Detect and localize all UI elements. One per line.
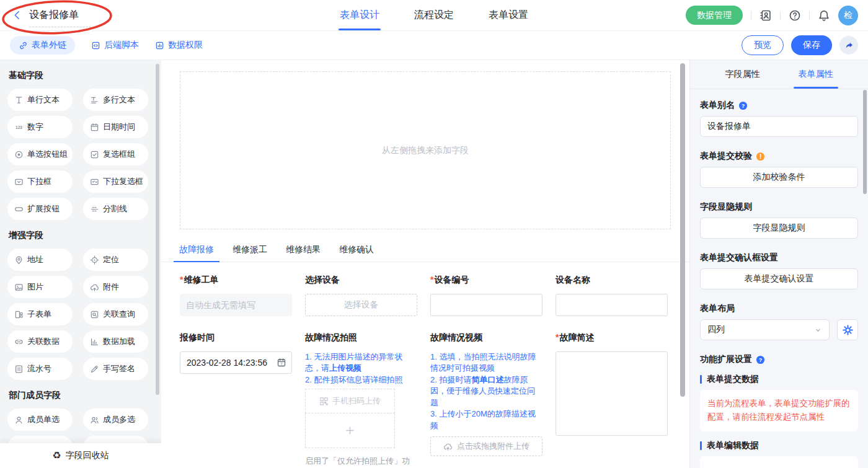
instruction-line: 1. 无法用图片描述的异常状态，请上传视频 (305, 351, 417, 374)
help-icon[interactable]: ? (756, 355, 765, 364)
scan-upload-button[interactable]: 手机扫码上传 (305, 389, 395, 413)
field-recycle-button[interactable]: ♻ 字段回收站 (0, 443, 161, 468)
back-icon[interactable] (12, 10, 22, 20)
field-pill[interactable]: 图片 (7, 276, 73, 298)
field-pill[interactable]: 单选按钮组 (7, 143, 73, 166)
layout-select[interactable]: 四列 (700, 319, 830, 340)
flow-tab-4[interactable]: 维修确认 (334, 244, 379, 262)
instruction-line: 2. 拍摄时请简单口述故障原因，便于维修人员快速定位问题 (430, 374, 542, 408)
field-pill-label: 扩展按钮 (27, 203, 60, 214)
members-icon (90, 415, 99, 425)
field-pill[interactable]: 日期时间 (83, 116, 148, 138)
attachment-upload-button[interactable]: 点击或拖拽附件上传 (430, 436, 542, 456)
avatar[interactable]: 检 (838, 6, 858, 25)
field-pill[interactable]: 数据加载 (83, 330, 148, 353)
field-pill[interactable]: 关联查询 (83, 303, 148, 325)
select-device-button[interactable]: 选择设备 (305, 294, 417, 316)
field-pill-label: 附件 (103, 281, 119, 293)
field-pill[interactable]: 地址 (7, 249, 73, 271)
form-alias-label: 表单别名 (700, 100, 735, 111)
submit-confirm-button[interactable]: 表单提交确认设置 (700, 268, 858, 289)
header-tab-1[interactable]: 表单设计 (340, 0, 379, 30)
save-button[interactable]: 保存 (791, 35, 832, 55)
device-name-input[interactable] (556, 294, 668, 316)
chevron-down-icon (814, 326, 822, 334)
properties-tab-2[interactable]: 表单属性 (796, 60, 836, 89)
share-icon[interactable] (839, 36, 858, 55)
edit-data-box (700, 456, 858, 468)
bell-icon[interactable] (818, 9, 830, 22)
attachment-icon (90, 283, 99, 292)
lookup-icon (90, 310, 99, 319)
warning-icon[interactable] (756, 152, 765, 161)
field-pill[interactable]: 子表单 (7, 303, 73, 325)
field-pill[interactable]: 定位 (83, 249, 148, 271)
member-icon (14, 415, 24, 425)
field-pill[interactable]: 成员多选 (83, 408, 148, 431)
question-circle-icon[interactable] (789, 9, 801, 22)
multi-text-icon (90, 95, 99, 105)
flow-tab-1[interactable]: 故障报修 (174, 244, 219, 262)
properties-panel: 字段属性表单属性 表单别名 ? 表单提交校验 添加校验条件 字段显隐规则 字段显… (689, 60, 868, 468)
work-order-input[interactable] (180, 294, 292, 316)
toolbar-link-1[interactable]: 表单外链 (10, 36, 75, 55)
body-row: 基础字段单行文本多行文本123数字日期时间单选按钮组复选框组下拉框下拉复选框扩展… (0, 60, 868, 468)
field-pill[interactable]: 成员单选 (7, 408, 73, 431)
fault-brief-textarea[interactable] (556, 351, 668, 436)
layout-gear-button[interactable] (837, 319, 858, 340)
field-pill[interactable]: 下拉框 (7, 170, 73, 193)
device-no-input[interactable] (430, 294, 542, 316)
calendar-icon[interactable]: 7 (277, 358, 286, 368)
report-time-picker[interactable]: 7 (180, 351, 292, 374)
field-pill-label: 成员单选 (27, 414, 60, 425)
field-pill[interactable]: 附件 (83, 276, 148, 298)
sub-toolbar: 表单外链后端脚本数据权限 预览 保存 (0, 31, 868, 60)
preview-button[interactable]: 预览 (742, 35, 784, 55)
field-pill[interactable]: 关联数据 (7, 330, 73, 353)
form-alias-input[interactable] (700, 116, 858, 137)
field-pill[interactable]: 流水号 (7, 358, 73, 380)
field-pill[interactable]: 手写签名 (83, 358, 148, 380)
form-canvas: 从左侧拖拽来添加字段 故障报修维修派工维修结果维修确认 *维修工单 选择设备 选… (161, 60, 689, 468)
flow-tab-2[interactable]: 维修派工 (227, 244, 273, 262)
photo-upload-cell[interactable] (305, 413, 395, 448)
data-manage-button[interactable]: 数据管理 (686, 6, 743, 25)
contacts-icon[interactable] (760, 9, 772, 22)
visibility-rules-button[interactable]: 字段显隐规则 (700, 218, 858, 239)
properties-content: 表单别名 ? 表单提交校验 添加校验条件 字段显隐规则 字段显隐规则 表单提交确… (690, 89, 868, 468)
button-icon (14, 205, 24, 214)
toolbar-link-2[interactable]: 后端脚本 (91, 36, 139, 55)
properties-scrollbar[interactable] (863, 90, 867, 194)
field-pill-label: 复选框组 (103, 149, 135, 160)
field-pill[interactable]: 多行文本 (83, 89, 148, 111)
properties-tab-1[interactable]: 字段属性 (723, 60, 763, 89)
field-fault-video: 故障情况视频 1. 选填，当拍照无法说明故障情况时可拍摄视频2. 拍摄时请简单口… (430, 332, 542, 456)
help-icon[interactable]: ? (738, 101, 748, 110)
field-device-name: 设备名称 (556, 275, 668, 316)
header-tab-2[interactable]: 流程设定 (414, 0, 454, 30)
canvas-scrollbar[interactable] (680, 63, 685, 397)
add-validation-button[interactable]: 添加校验条件 (700, 167, 858, 188)
report-time-input[interactable] (180, 351, 292, 374)
field-pill[interactable]: 分割线 (83, 198, 148, 220)
field-pill[interactable]: 扩展按钮 (7, 198, 73, 220)
svg-text:?: ? (742, 102, 745, 108)
header-tab-3[interactable]: 表单设置 (489, 0, 528, 30)
layout-select-value: 四列 (707, 324, 725, 335)
field-pill-grid: 地址定位图片附件子表单关联查询关联数据数据加载流水号手写签名 (7, 249, 161, 380)
field-library-sections: 基础字段单行文本多行文本123数字日期时间单选按钮组复选框组下拉框下拉复选框扩展… (7, 70, 161, 458)
dropzone[interactable]: 从左侧拖拽来添加字段 (180, 71, 671, 229)
field-pill[interactable]: 123数字 (7, 116, 73, 138)
field-pill[interactable]: 单行文本 (7, 89, 73, 111)
left-sidebar-scrollbar[interactable] (156, 64, 159, 395)
field-pill-label: 图片 (27, 281, 43, 293)
photo-upload-note: 启用了「仅允许拍照上传」功能， (305, 456, 417, 468)
field-pill[interactable]: 下拉复选框 (83, 170, 148, 193)
field-pill[interactable]: 复选框组 (83, 143, 148, 166)
single-text-icon (14, 95, 24, 105)
toolbar-link-3[interactable]: 数据权限 (155, 36, 203, 55)
flow-tab-3[interactable]: 维修结果 (280, 244, 326, 262)
field-pill-label: 流水号 (27, 363, 51, 374)
field-section: 增强字段地址定位图片附件子表单关联查询关联数据数据加载流水号手写签名 (7, 230, 161, 380)
field-pill-label: 日期时间 (103, 121, 135, 133)
